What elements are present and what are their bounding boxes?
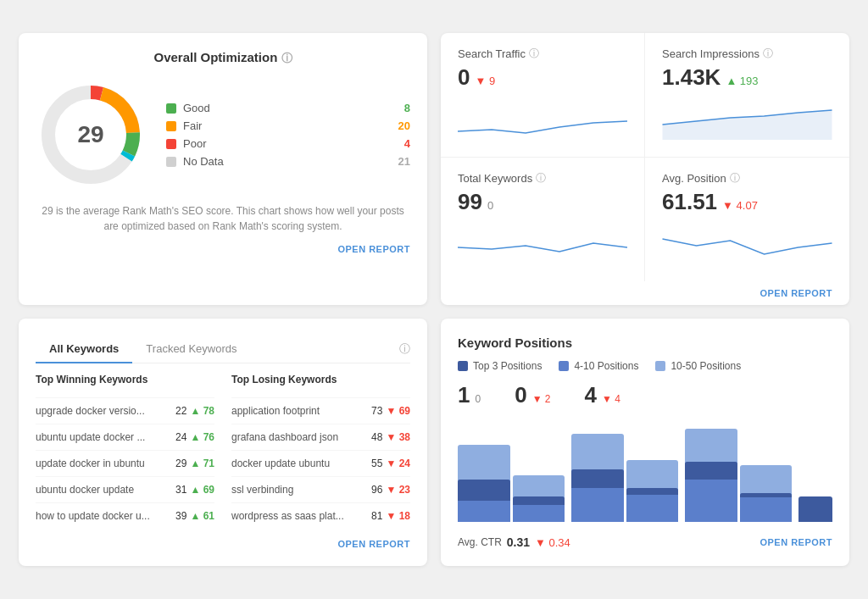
dashboard: Overall Optimization ⓘ 29 — [19, 33, 849, 566]
positions-values: 1 0 0 ▼ 2 4 ▼ 4 — [458, 382, 832, 408]
pos-val-1: 1 0 — [458, 382, 481, 408]
keywords-card: All Keywords Tracked Keywords ⓘ Top Winn… — [19, 319, 427, 566]
avg-position-value: 61.51 ▼ 4.07 — [662, 189, 832, 215]
bar-1b-dark — [513, 496, 565, 506]
positions-title: Keyword Positions — [458, 336, 832, 350]
search-traffic-section: Search Traffic ⓘ 0 ▼ 9 — [441, 33, 645, 158]
winning-row-4: ubuntu docker update 31 ▲ 69 — [36, 476, 214, 502]
opt-legend: Good 8 Fair 20 Poor 4 — [166, 102, 410, 168]
search-impressions-label: Search Impressions ⓘ — [662, 47, 832, 61]
losing-row-1: application footprint 73 ▼ 69 — [231, 397, 410, 424]
opt-open-report[interactable]: OPEN REPORT — [36, 244, 410, 254]
bar-1a-dark — [458, 480, 510, 501]
avg-ctr: Avg. CTR 0.31 ▼ 0.34 — [458, 535, 570, 549]
good-dot — [166, 103, 176, 114]
bar-2a-mid — [571, 469, 624, 522]
bar-group-2 — [571, 419, 678, 522]
bar-3a-dark — [685, 462, 737, 480]
opt-title-text: Overall Optimization — [153, 50, 277, 64]
bar-2b — [626, 460, 679, 522]
losing-column: Top Losing Keywords application footprin… — [231, 374, 410, 529]
bar-4a — [798, 496, 832, 523]
losing-row-4: ssl verbinding 96 ▼ 23 — [231, 476, 410, 502]
losing-row-3: docker update ubuntu 55 ▼ 24 — [231, 450, 410, 476]
search-traffic-value: 0 ▼ 9 — [458, 64, 627, 91]
pos-val-2: 0 ▼ 2 — [515, 382, 550, 408]
avg-position-chart — [662, 222, 832, 264]
bar-chart — [458, 419, 832, 522]
winning-header: Top Winning Keywords — [36, 374, 214, 391]
opt-title: Overall Optimization ⓘ — [36, 50, 410, 66]
search-impressions-value: 1.43K ▲ 193 — [662, 64, 832, 91]
search-traffic-label: Search Traffic ⓘ — [458, 47, 627, 61]
keywords-tabs: All Keywords Tracked Keywords ⓘ — [36, 336, 410, 363]
winning-row-5: how to update docker u... 39 ▲ 61 — [36, 502, 214, 529]
winning-row-3: update docker in ubuntu 29 ▲ 71 — [36, 450, 214, 476]
10to50-color — [655, 361, 665, 371]
opt-help-icon[interactable]: ⓘ — [281, 52, 292, 64]
bar-2b-dark — [626, 488, 679, 495]
total-keywords-section: Total Keywords ⓘ 99 0 — [441, 158, 645, 281]
winning-column: Top Winning Keywords upgrade docker vers… — [36, 374, 214, 529]
bar-2a — [571, 434, 624, 522]
opt-description: 29 is the average Rank Math's SEO score.… — [36, 203, 410, 234]
bar-1a-mid — [458, 480, 510, 522]
search-impressions-chart — [662, 97, 832, 140]
bar-3b — [740, 465, 793, 522]
tab-tracked-keywords[interactable]: Tracked Keywords — [132, 336, 250, 363]
losing-row-2: grafana dashboard json 48 ▼ 38 — [231, 424, 410, 450]
total-keywords-value: 99 0 — [458, 189, 627, 215]
keywords-help-icon[interactable]: ⓘ — [399, 341, 410, 357]
legend-fair: Fair 20 — [166, 119, 410, 132]
poor-dot — [166, 139, 176, 149]
legend-4to10: 4-10 Positions — [559, 360, 638, 372]
bar-3a-mid — [685, 462, 737, 522]
stats-card: Search Traffic ⓘ 0 ▼ 9 Search Impression… — [441, 33, 849, 305]
total-keywords-label: Total Keywords ⓘ — [458, 171, 627, 186]
donut-score: 29 — [77, 121, 103, 148]
opt-content: 29 Good 8 Fair 20 — [36, 80, 410, 190]
winning-row-2: ubuntu update docker ... 24 ▲ 76 — [36, 424, 214, 450]
legend-poor: Poor 4 — [166, 137, 410, 150]
bar-2b-mid — [626, 488, 679, 522]
svg-marker-5 — [663, 110, 832, 140]
bar-1a — [458, 445, 510, 523]
keywords-open-report[interactable]: OPEN REPORT — [36, 539, 410, 549]
bar-2a-dark — [571, 469, 624, 488]
search-impressions-section: Search Impressions ⓘ 1.43K ▲ 193 — [645, 33, 849, 158]
legend-good: Good 8 — [166, 102, 410, 114]
legend-10to50: 10-50 Positions — [655, 360, 741, 372]
nodata-dot — [166, 157, 176, 167]
stats-open-report[interactable]: OPEN REPORT — [441, 281, 849, 305]
total-keywords-change: 0 — [487, 199, 493, 212]
bar-group-1 — [458, 419, 565, 522]
total-keywords-chart — [458, 222, 627, 264]
bar-group-3 — [685, 419, 792, 522]
overall-optimization-card: Overall Optimization ⓘ 29 — [19, 33, 427, 305]
avg-position-label: Avg. Position ⓘ — [662, 171, 832, 186]
legend-top3: Top 3 Positions — [458, 360, 542, 372]
tab-all-keywords[interactable]: All Keywords — [36, 336, 132, 363]
positions-footer: Avg. CTR 0.31 ▼ 0.34 OPEN REPORT — [458, 535, 832, 549]
search-impressions-help-icon[interactable]: ⓘ — [763, 47, 773, 61]
search-traffic-help-icon[interactable]: ⓘ — [529, 47, 539, 61]
positions-open-report[interactable]: OPEN REPORT — [760, 537, 832, 547]
avg-ctr-change: ▼ 0.34 — [535, 536, 570, 549]
top3-color — [458, 361, 468, 371]
winning-row-1: upgrade docker versio... 22 ▲ 78 — [36, 397, 214, 424]
avg-position-change: ▼ 4.07 — [722, 199, 758, 212]
legend-nodata: No Data 21 — [166, 155, 410, 168]
avg-position-section: Avg. Position ⓘ 61.51 ▼ 4.07 — [645, 158, 849, 281]
search-traffic-chart — [458, 97, 627, 140]
bar-3b-mid — [740, 493, 793, 522]
positions-legend: Top 3 Positions 4-10 Positions 10-50 Pos… — [458, 360, 832, 372]
4to10-color — [559, 361, 569, 371]
search-traffic-change: ▼ 9 — [475, 75, 495, 87]
pos-val-3: 4 ▼ 4 — [585, 382, 620, 408]
avg-position-help-icon[interactable]: ⓘ — [730, 171, 740, 186]
bar-1b-mid — [513, 496, 565, 522]
total-keywords-help-icon[interactable]: ⓘ — [536, 171, 546, 186]
losing-header: Top Losing Keywords — [231, 374, 410, 391]
search-impressions-change: ▲ 193 — [726, 75, 758, 87]
bar-3a — [685, 429, 737, 522]
